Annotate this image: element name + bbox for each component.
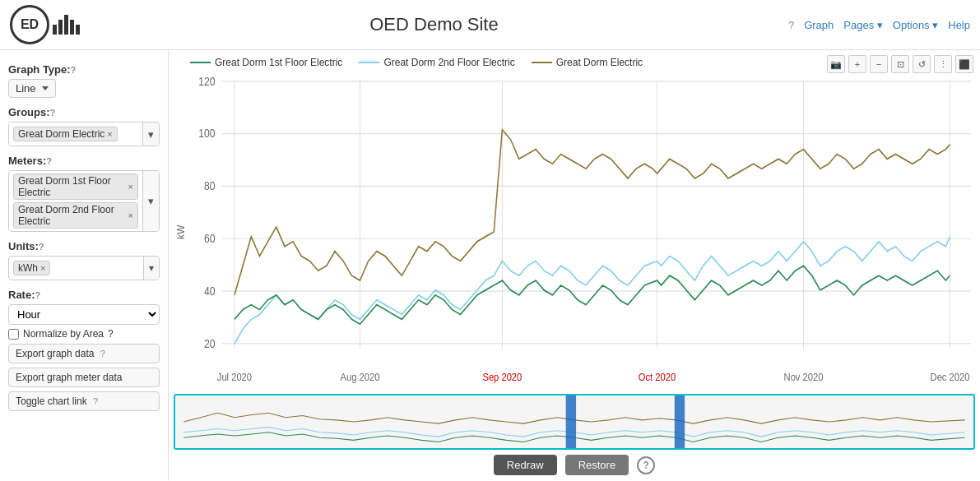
nav-pages-dropdown[interactable]: Pages ▾: [843, 19, 883, 31]
graph-type-help-icon[interactable]: ?: [71, 65, 77, 75]
group-tag-close[interactable]: ×: [107, 129, 112, 139]
logo-bars: [53, 15, 80, 35]
meter-tag-2nd-floor: Great Dorm 2nd Floor Electric ×: [13, 202, 138, 229]
header: ED OED Demo Site ? Graph Pages ▾ Options…: [0, 0, 980, 50]
svg-text:60: 60: [204, 232, 216, 245]
page-title: OED Demo Site: [80, 14, 788, 35]
chart-area: Great Dorm 1st Floor Electric Great Dorm…: [169, 50, 980, 480]
group-tag-great-dorm: Great Dorm Electric ×: [13, 127, 118, 141]
units-dropdown-btn[interactable]: ▾: [143, 257, 159, 280]
legend-line-2nd-floor: [359, 62, 379, 63]
nav-help-link[interactable]: Help: [948, 19, 970, 31]
groups-dropdown-btn[interactable]: ▾: [142, 123, 159, 146]
units-help-icon[interactable]: ?: [39, 242, 44, 252]
svg-text:Aug 2020: Aug 2020: [341, 371, 380, 383]
legend-item-1st-floor: Great Dorm 1st Floor Electric: [190, 57, 342, 68]
graph-type-caret: [42, 86, 49, 90]
main-chart-svg: 120 100 80 60 40 20 Jul 2020 Aug 2020 Se…: [188, 72, 975, 392]
toggle-chart-link-btn[interactable]: Toggle chart link ?: [8, 391, 160, 411]
groups-tags-area[interactable]: Great Dorm Electric ×: [9, 123, 142, 146]
legend-item-great-dorm: Great Dorm Electric: [532, 57, 643, 68]
svg-text:100: 100: [198, 127, 215, 141]
svg-text:Nov 2020: Nov 2020: [784, 371, 824, 383]
logo-circle: ED: [10, 5, 49, 44]
toggle-chart-help-icon[interactable]: ?: [93, 396, 98, 406]
legend-label-great-dorm: Great Dorm Electric: [556, 57, 643, 68]
svg-text:Jul 2020: Jul 2020: [217, 371, 252, 383]
restore-btn[interactable]: Restore: [565, 455, 629, 475]
download-btn[interactable]: ⬛: [955, 55, 973, 73]
unit-tag-close[interactable]: ×: [40, 263, 45, 273]
export-graph-data-btn[interactable]: Export graph data ?: [8, 344, 160, 363]
y-axis-label: kW: [174, 72, 188, 392]
header-nav: ? Graph Pages ▾ Options ▾ Help: [788, 19, 970, 31]
rate-label: Rate:?: [8, 289, 160, 301]
bottom-buttons-row: Redraw Restore ?: [174, 450, 975, 477]
svg-text:120: 120: [198, 75, 215, 88]
meters-dropdown-btn[interactable]: ▾: [142, 171, 159, 231]
logo: ED: [10, 5, 80, 44]
unit-tag-kwh: kWh ×: [13, 261, 50, 275]
minimap-svg: [175, 395, 973, 448]
redraw-btn[interactable]: Redraw: [494, 455, 557, 475]
groups-input-box: Great Dorm Electric × ▾: [8, 122, 160, 146]
reset-axes-btn[interactable]: ↺: [913, 55, 931, 73]
meters-input-box: Great Dorm 1st Floor Electric × Great Do…: [8, 170, 160, 232]
camera-btn[interactable]: 📷: [827, 55, 845, 73]
units-label: Units:?: [8, 240, 160, 252]
meter-tag-1st-close[interactable]: ×: [128, 182, 133, 192]
export-graph-help-icon[interactable]: ?: [100, 349, 105, 358]
zoom-in-btn[interactable]: +: [848, 55, 866, 73]
export-meter-data-btn[interactable]: Export graph meter data: [8, 368, 160, 387]
toggle-spike-btn[interactable]: ⋮: [934, 55, 952, 73]
bottom-help-icon[interactable]: ?: [637, 456, 655, 474]
main-layout: Graph Type:? Line Groups:? Great Dorm El…: [0, 50, 980, 480]
svg-rect-25: [566, 395, 576, 448]
nav-help-icon[interactable]: ?: [788, 19, 794, 31]
svg-text:20: 20: [204, 337, 216, 350]
groups-help-icon[interactable]: ?: [50, 108, 56, 118]
nav-options-dropdown[interactable]: Options ▾: [893, 19, 938, 31]
nav-graph-link[interactable]: Graph: [804, 19, 834, 31]
svg-text:Sep 2020: Sep 2020: [482, 371, 522, 383]
legend-line-1st-floor: [190, 62, 211, 63]
svg-text:Dec 2020: Dec 2020: [931, 371, 970, 383]
chart-toolbar: 📷 + − ⊡ ↺ ⋮ ⬛: [827, 55, 973, 73]
legend-label-1st-floor: Great Dorm 1st Floor Electric: [215, 57, 342, 68]
meters-label: Meters:?: [8, 155, 160, 167]
rate-help-icon[interactable]: ?: [35, 290, 41, 300]
graph-type-label: Graph Type:?: [8, 63, 160, 76]
normalize-help-icon[interactable]: ?: [108, 328, 114, 340]
graph-type-button[interactable]: Line: [8, 79, 56, 98]
zoom-out-btn[interactable]: −: [870, 55, 888, 73]
bottom-minimap[interactable]: [174, 394, 975, 450]
autoscale-btn[interactable]: ⊡: [891, 55, 909, 73]
normalize-row: Normalize by Area?: [8, 328, 160, 340]
legend-line-great-dorm: [532, 62, 552, 63]
meters-help-icon[interactable]: ?: [46, 156, 52, 166]
units-row: kWh × ▾: [8, 256, 160, 280]
svg-text:Oct 2020: Oct 2020: [639, 371, 676, 383]
svg-text:80: 80: [204, 179, 216, 192]
legend-item-2nd-floor: Great Dorm 2nd Floor Electric: [359, 57, 514, 68]
units-tags-area[interactable]: kWh ×: [9, 257, 143, 280]
legend-label-2nd-floor: Great Dorm 2nd Floor Electric: [383, 57, 514, 68]
meter-tag-1st-floor: Great Dorm 1st Floor Electric ×: [13, 173, 138, 200]
chart-svg-area[interactable]: 120 100 80 60 40 20 Jul 2020 Aug 2020 Se…: [188, 72, 975, 392]
meter-tag-2nd-close[interactable]: ×: [128, 210, 133, 220]
svg-rect-26: [675, 395, 685, 448]
meters-tags-area[interactable]: Great Dorm 1st Floor Electric × Great Do…: [9, 171, 142, 231]
rate-select[interactable]: Hour Day Week Month: [8, 304, 160, 325]
sidebar: Graph Type:? Line Groups:? Great Dorm El…: [0, 50, 169, 480]
svg-text:40: 40: [204, 284, 216, 298]
groups-label: Groups:?: [8, 106, 160, 118]
chart-wrapper: kW 120 100 80 60 40 20: [174, 72, 975, 392]
normalize-checkbox[interactable]: [8, 329, 19, 340]
